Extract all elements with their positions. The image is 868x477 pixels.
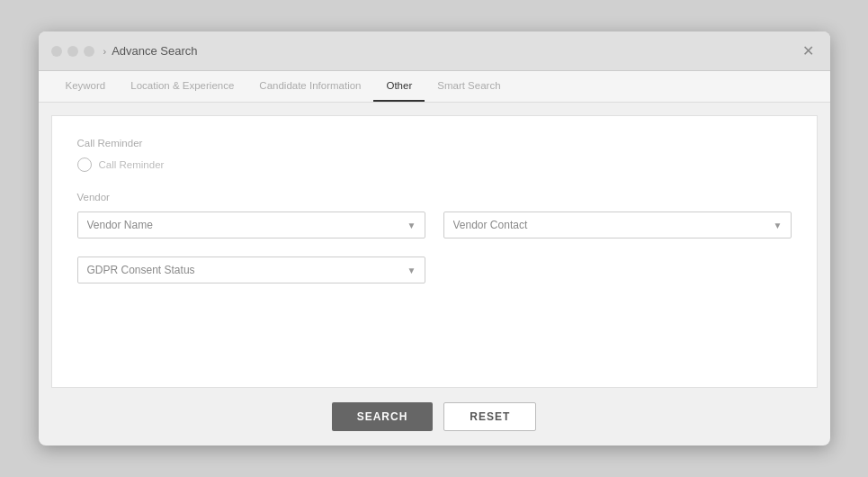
tab-location[interactable]: Location & Experience — [118, 71, 246, 102]
advance-search-dialog: › Advance Search ✕ Keyword Location & Ex… — [39, 32, 830, 446]
call-reminder-row: Call Reminder — [77, 158, 792, 172]
content-area: Call Reminder Call Reminder Vendor Vendo… — [51, 115, 818, 388]
vendor-contact-wrapper: Vendor Contact ▼ — [443, 212, 792, 238]
window-title: Advance Search — [112, 44, 197, 58]
vendor-label: Vendor — [77, 192, 792, 202]
vendor-contact-select[interactable]: Vendor Contact — [443, 212, 792, 238]
vendor-name-select[interactable]: Vendor Name — [77, 212, 425, 238]
close-button[interactable]: ✕ — [800, 42, 818, 60]
call-reminder-radio[interactable] — [77, 158, 92, 172]
traffic-light-3 — [84, 46, 94, 57]
gdpr-consent-select[interactable]: GDPR Consent Status — [77, 256, 425, 284]
window-title-area: › Advance Search — [103, 44, 198, 58]
footer: SEARCH RESET — [39, 388, 830, 446]
reset-button[interactable]: RESET — [443, 402, 536, 431]
breadcrumb-chevron: › — [103, 46, 107, 57]
call-reminder-radio-label: Call Reminder — [99, 159, 165, 170]
tab-other[interactable]: Other — [373, 71, 425, 102]
traffic-light-1 — [51, 46, 62, 57]
gdpr-wrapper: GDPR Consent Status ▼ — [77, 256, 425, 284]
traffic-light-2 — [67, 46, 78, 57]
gdpr-row: GDPR Consent Status ▼ — [77, 256, 792, 284]
search-button[interactable]: SEARCH — [332, 402, 434, 431]
vendor-name-wrapper: Vendor Name ▼ — [77, 212, 425, 238]
call-reminder-label: Call Reminder — [77, 138, 792, 148]
title-bar: › Advance Search ✕ — [39, 32, 830, 71]
tab-bar: Keyword Location & Experience Candidate … — [39, 71, 830, 103]
tab-smart-search[interactable]: Smart Search — [425, 71, 513, 102]
vendor-dropdowns-row: Vendor Name ▼ Vendor Contact ▼ — [77, 212, 792, 238]
traffic-lights — [51, 46, 94, 57]
tab-candidate[interactable]: Candidate Information — [246, 71, 373, 102]
tab-keyword[interactable]: Keyword — [53, 71, 119, 102]
title-bar-left: › Advance Search — [51, 44, 198, 58]
